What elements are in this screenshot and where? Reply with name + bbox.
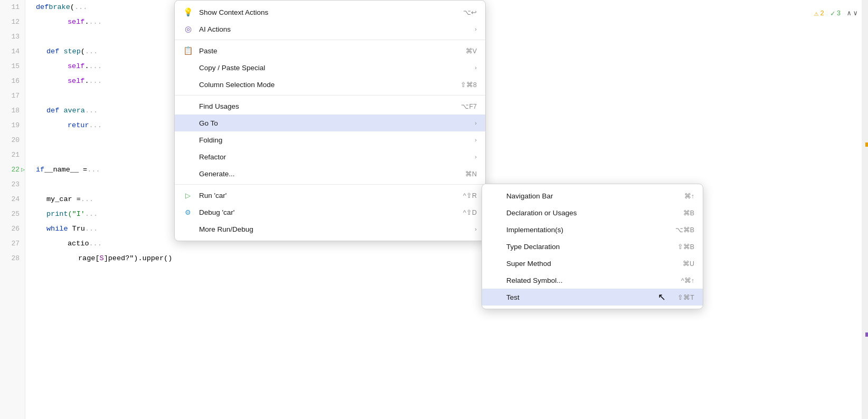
- cursor-pointer: ↖: [658, 291, 666, 303]
- ok-count: 3: [837, 6, 841, 21]
- menu-item-more-run-debug[interactable]: More Run/Debug ›: [175, 221, 485, 237]
- line-num-15: 15: [0, 59, 20, 74]
- submenu-label-type-declaration: Type Declaration: [506, 243, 677, 251]
- scroll-marker-warning: [865, 142, 868, 147]
- submenu-item-super-method[interactable]: Super Method ⌘U: [482, 255, 703, 272]
- warning-count: 2: [820, 6, 824, 21]
- context-menu[interactable]: 💡 Show Context Actions ⌥↩ ◎ AI Actions ›…: [174, 0, 486, 241]
- line-num-23: 23: [0, 177, 20, 192]
- arrow-icon-refactor: ›: [475, 154, 477, 160]
- line-num-12: 12: [0, 15, 20, 30]
- line-num-18: 18: [0, 103, 20, 118]
- submenu-item-navigation-bar[interactable]: Navigation Bar ⌘↑: [482, 187, 703, 204]
- submenu-label-test: Test: [506, 293, 677, 301]
- line-num-17: 17: [0, 89, 20, 103]
- line-num-22: 22: [0, 163, 20, 177]
- menu-item-generate[interactable]: Generate... ⌘N: [175, 165, 485, 182]
- debug-icon: ⚙: [181, 208, 195, 216]
- menu-label-go-to: Go To: [199, 119, 470, 127]
- menu-label-debug-car: Debug 'car': [199, 208, 463, 216]
- line-num-14: 14: [0, 44, 20, 59]
- submenu-shortcut-navigation-bar: ⌘↑: [684, 192, 694, 200]
- submenu-label-navigation-bar: Navigation Bar: [506, 192, 684, 200]
- menu-item-ai-actions[interactable]: ◎ AI Actions ›: [175, 21, 485, 37]
- submenu-shortcut-implementations: ⌥⌘B: [675, 226, 694, 234]
- scroll-marker-purple: [865, 332, 868, 337]
- menu-label-run-car: Run 'car': [199, 192, 463, 199]
- nav-arrows[interactable]: ∧ ∨: [847, 6, 857, 21]
- warning-badge: ⚠ 2: [814, 6, 824, 21]
- menu-item-find-usages[interactable]: Find Usages ⌥F7: [175, 98, 485, 115]
- run-marker-icon: ▷: [21, 163, 25, 177]
- submenu-shortcut-super-method: ⌘U: [683, 260, 694, 268]
- line-num-24: 24: [0, 192, 20, 207]
- submenu-item-implementations[interactable]: Implementation(s) ⌥⌘B: [482, 221, 703, 238]
- submenu-label-related-symbol: Related Symbol...: [506, 277, 681, 284]
- menu-label-copy-paste-special: Copy / Paste Special: [199, 64, 470, 72]
- line-num-13: 13: [0, 30, 20, 44]
- menu-item-copy-paste-special[interactable]: Copy / Paste Special ›: [175, 59, 485, 76]
- arrow-icon-folding: ›: [475, 137, 477, 143]
- submenu-label-super-method: Super Method: [506, 260, 683, 268]
- line-num-11: 11: [0, 0, 20, 15]
- menu-item-show-context-actions[interactable]: 💡 Show Context Actions ⌥↩: [175, 4, 485, 21]
- menu-label-ai-actions: AI Actions: [199, 25, 470, 33]
- menu-shortcut-column-selection: ⇧⌘8: [460, 81, 477, 89]
- submenu-shortcut-test: ⇧⌘T: [677, 293, 694, 301]
- menu-item-column-selection[interactable]: Column Selection Mode ⇧⌘8: [175, 76, 485, 93]
- menu-shortcut-paste: ⌘V: [466, 47, 477, 55]
- menu-shortcut-generate: ⌘N: [465, 170, 477, 178]
- submenu-item-type-declaration[interactable]: Type Declaration ⇧⌘B: [482, 238, 703, 255]
- clipboard-icon: 📋: [181, 46, 195, 55]
- nav-up-arrow[interactable]: ∧: [847, 6, 851, 21]
- nav-down-arrow[interactable]: ∨: [853, 6, 857, 21]
- scrollbar[interactable]: [862, 0, 868, 419]
- line-num-25: 25: [0, 207, 20, 222]
- arrow-icon-more-run-debug: ›: [475, 226, 477, 232]
- submenu-go-to[interactable]: Navigation Bar ⌘↑ Declaration or Usages …: [482, 184, 703, 309]
- menu-label-more-run-debug: More Run/Debug: [199, 225, 470, 233]
- submenu-shortcut-declaration-or-usages: ⌘B: [683, 209, 694, 217]
- menu-label-refactor: Refactor: [199, 153, 470, 161]
- submenu-label-declaration-or-usages: Declaration or Usages: [506, 209, 683, 217]
- menu-item-folding[interactable]: Folding ›: [175, 131, 485, 148]
- submenu-shortcut-type-declaration: ⇧⌘B: [677, 243, 694, 251]
- menu-item-refactor[interactable]: Refactor ›: [175, 148, 485, 165]
- menu-shortcut-show-context-actions: ⌥↩: [463, 8, 477, 16]
- ai-spiral-icon: ◎: [181, 24, 195, 34]
- menu-item-go-to[interactable]: Go To ›: [175, 115, 485, 131]
- menu-item-debug-car[interactable]: ⚙ Debug 'car' ^⇧D: [175, 204, 485, 221]
- arrow-icon-go-to: ›: [475, 120, 477, 126]
- lightbulb-icon: 💡: [181, 7, 195, 17]
- submenu-shortcut-related-symbol: ^⌘↑: [681, 277, 694, 284]
- line-num-21: 21: [0, 148, 20, 163]
- line-num-20: 20: [0, 133, 20, 148]
- line-num-28: 28: [0, 251, 20, 266]
- submenu-item-test[interactable]: Test ⇧⌘T ↖: [482, 289, 703, 306]
- arrow-icon-copy-paste: ›: [475, 64, 477, 71]
- menu-shortcut-run-car: ^⇧R: [463, 192, 477, 199]
- arrow-icon-ai-actions: ›: [475, 26, 477, 32]
- menu-label-column-selection: Column Selection Mode: [199, 81, 460, 89]
- warning-icon: ⚠: [814, 6, 818, 21]
- line-num-16: 16: [0, 74, 20, 89]
- menu-shortcut-find-usages: ⌥F7: [461, 102, 477, 110]
- submenu-label-implementations: Implementation(s): [506, 226, 675, 234]
- menu-label-generate: Generate...: [199, 170, 465, 178]
- divider-2: [175, 95, 485, 96]
- run-icon: ▷: [181, 192, 195, 199]
- menu-item-run-car[interactable]: ▷ Run 'car' ^⇧R: [175, 187, 485, 204]
- menu-item-paste[interactable]: 📋 Paste ⌘V: [175, 42, 485, 59]
- ok-badge: ✓ 3: [831, 6, 841, 21]
- error-indicators: ⚠ 2 ✓ 3 ∧ ∨: [814, 6, 857, 21]
- menu-label-paste: Paste: [199, 47, 466, 55]
- menu-label-find-usages: Find Usages: [199, 102, 461, 110]
- line-num-19: 19: [0, 118, 20, 133]
- menu-label-show-context-actions: Show Context Actions: [199, 8, 463, 16]
- line-num-27: 27: [0, 236, 20, 251]
- code-line-28: rage [S]peed?").upper(): [32, 251, 868, 266]
- divider-1: [175, 40, 485, 40]
- submenu-item-declaration-or-usages[interactable]: Declaration or Usages ⌘B: [482, 204, 703, 221]
- line-numbers: 11 12 13 14 15 16 17 18 19 20 21 22 23 2…: [0, 0, 25, 419]
- submenu-item-related-symbol[interactable]: Related Symbol... ^⌘↑: [482, 272, 703, 289]
